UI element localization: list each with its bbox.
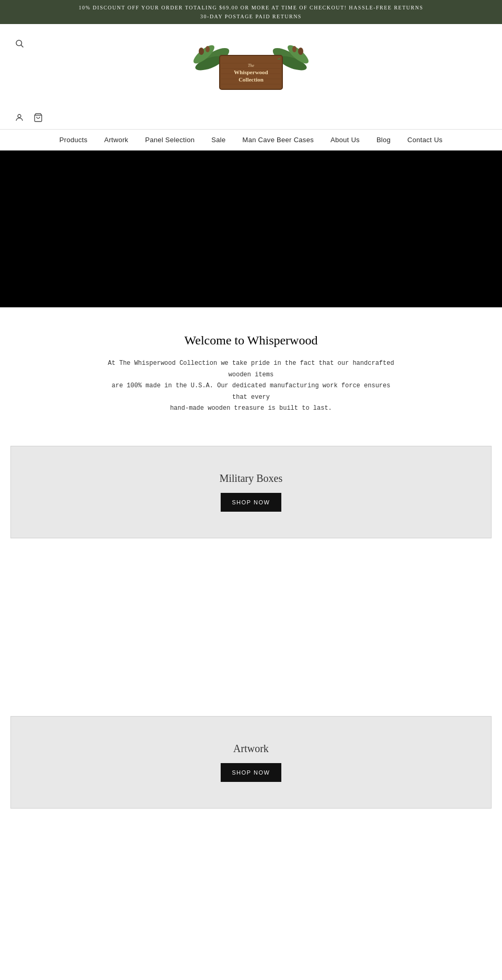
svg-text:Collection: Collection: [238, 76, 264, 83]
svg-line-1: [21, 45, 23, 47]
search-icon[interactable]: [15, 39, 24, 51]
user-icon[interactable]: [15, 113, 24, 125]
artwork-title: Artwork: [233, 743, 269, 755]
svg-point-22: [18, 114, 21, 118]
spacer-2: [0, 819, 502, 976]
main-nav: Products Artwork Panel Selection Sale Ma…: [0, 129, 502, 151]
nav-products[interactable]: Products: [60, 136, 88, 144]
nav-man-cave[interactable]: Man Cave Beer Cases: [243, 136, 314, 144]
hero-image: [0, 151, 502, 307]
military-boxes-shop-now-button[interactable]: SHOP NOW: [221, 493, 282, 512]
svg-point-5: [199, 48, 204, 55]
svg-text:Whisperwood: Whisperwood: [234, 69, 268, 75]
welcome-section: Welcome to Whisperwood At The Whisperwoo…: [0, 307, 502, 435]
nav-artwork[interactable]: Artwork: [104, 136, 128, 144]
top-banner: 10% DISCOUNT OFF YOUR ORDER TOTALING $69…: [0, 0, 502, 24]
nav-blog[interactable]: Blog: [376, 136, 391, 144]
spacer-1: [0, 549, 502, 706]
nav-panel-selection[interactable]: Panel Selection: [145, 136, 195, 144]
welcome-body: At The Whisperwood Collection we take pr…: [105, 358, 397, 414]
banner-line2: 30-day postage paid returns: [5, 12, 497, 21]
nav-contact-us[interactable]: Contact Us: [407, 136, 442, 144]
svg-point-10: [298, 48, 303, 55]
cart-icon[interactable]: [33, 113, 43, 125]
logo[interactable]: The Whisperwood Collection: [191, 40, 311, 97]
nav-about-us[interactable]: About Us: [330, 136, 360, 144]
artwork-shop-now-button[interactable]: SHOP NOW: [221, 763, 282, 782]
header-icons: [15, 113, 43, 125]
banner-line1: 10% DISCOUNT OFF YOUR ORDER TOTALING $69…: [5, 3, 497, 12]
military-boxes-title: Military Boxes: [220, 472, 283, 485]
welcome-title: Welcome to Whisperwood: [105, 333, 397, 348]
military-boxes-card: Military Boxes SHOP NOW: [10, 446, 492, 538]
svg-point-0: [16, 40, 22, 46]
artwork-card: Artwork SHOP NOW: [10, 716, 492, 809]
svg-point-6: [206, 46, 210, 52]
header: The Whisperwood Collection: [0, 24, 502, 129]
svg-text:The: The: [248, 63, 254, 68]
svg-point-11: [292, 46, 296, 52]
nav-sale[interactable]: Sale: [211, 136, 225, 144]
